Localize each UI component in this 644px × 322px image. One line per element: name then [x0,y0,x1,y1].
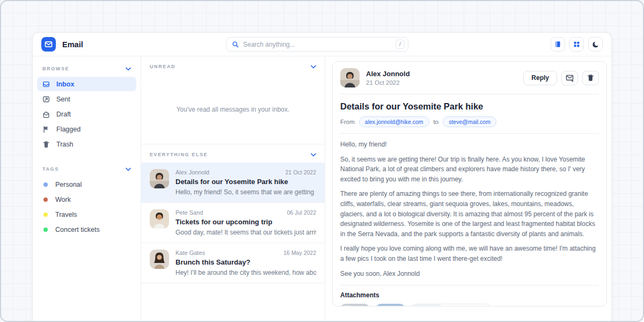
tag-label: Concert tickets [55,226,100,233]
envelope-forward-icon [566,75,574,82]
to-email-chip[interactable]: steve@mail.com [443,116,496,127]
unread-section-header[interactable]: UNREAD [141,56,325,75]
mail-paragraph: So, it seems we are getting there! Our t… [340,155,599,185]
search-shortcut-badge: / [396,40,405,49]
tag-label: Travels [55,211,77,218]
mail-preview: Hey! I'll be around the city this weeken… [175,269,316,276]
topbar-actions [551,37,603,52]
tag-item-concert-tickets[interactable]: Concert tickets [37,222,136,237]
email-list-item[interactable]: Alex Jonnold21 Oct 2022 Details for our … [141,163,325,203]
sidebar-item-label: Sent [56,96,70,103]
tags-label: TAGS [42,166,59,172]
avatar [150,209,169,229]
unread-empty-message: You've read all messages in your inbox. [141,75,325,144]
mail-preview: Hello, my friend! So, it seems that we a… [175,188,316,196]
draft-icon [42,111,50,118]
sidebar-item-label: Draft [56,111,71,118]
topbar: Email Search anything... / [33,33,611,56]
mail-paragraph: See you soon, Alex Jonnold [340,269,599,279]
chevron-down-icon [126,67,131,71]
mail-list-column: UNREAD You've read all messages in your … [141,56,325,322]
chevron-down-icon [311,65,316,69]
sidebar-item-label: Flagged [56,126,80,133]
sidebar-item-label: Inbox [56,80,74,88]
attachments-label: Attachments [340,291,599,299]
mail-date: 16 May 2022 [283,250,316,256]
search-placeholder: Search anything... [243,41,391,48]
mail-subject: Details for our Yosemite Park hike [175,178,316,186]
from-to-row: From alex.jonnold@hike.com to steve@mail… [340,116,599,134]
sender-name: Alex Jonnold [175,169,209,175]
brand: Email [41,37,83,52]
dark-mode-button[interactable] [588,37,603,52]
mail-subject: Brunch this Saturday? [175,258,316,266]
sent-icon [42,96,50,103]
sidebar: BROWSE Inbox Sent Draft Flagged [33,56,141,322]
tag-item-travels[interactable]: Travels [37,207,136,222]
from-label: From [340,119,355,125]
grid-icon [573,41,580,48]
avatar [150,250,169,269]
mail-date: 06 Jul 2022 [287,209,316,216]
mail-date: 21 Oct 2022 [286,169,316,175]
sidebar-item-trash[interactable]: Trash [37,137,136,151]
zip-attachment-card[interactable]: videos-hike.zip 100 MB [411,304,491,306]
email-logo-icon [41,37,56,52]
trash-icon [42,141,50,148]
tag-item-personal[interactable]: Personal [37,177,136,192]
sidebar-item-inbox[interactable]: Inbox [37,77,136,91]
mail-detail-column: Alex Jonnold 21 Oct 2022 Reply [325,56,611,322]
moon-icon [592,41,599,48]
sender-name: Kate Gates [175,250,205,256]
detail-subject: Details for our Yosemite Park hike [340,101,599,112]
tag-label: Work [55,196,71,203]
half-dome-photo[interactable] [376,304,405,306]
avatar [150,169,169,188]
notebook-button[interactable] [551,37,565,52]
sidebar-item-flagged[interactable]: Flagged [37,122,136,136]
sidebar-item-sent[interactable]: Sent [37,92,136,106]
email-list-item[interactable]: Kate Gates16 May 2022 Brunch this Saturd… [141,243,325,283]
avatar [340,68,360,87]
chevron-down-icon [311,153,316,157]
detail-header: Alex Jonnold 21 Oct 2022 Reply [340,68,599,94]
tag-item-work[interactable]: Work [37,192,136,207]
to-label: to [434,119,439,125]
reply-button[interactable]: Reply [523,71,557,85]
attachments-row: videos-hike.zip 100 MB [340,304,599,306]
trash-icon [587,74,594,82]
everything-else-label: EVERYTHING ELSE [150,152,208,157]
chevron-down-icon [126,167,131,171]
mail-preview: Good day, mate! It seems that our ticket… [175,229,316,236]
tag-color-dot [43,213,48,217]
app-title: Email [62,40,83,49]
desktop-background: Email Search anything... / [0,0,644,322]
book-icon [554,41,561,48]
browse-label: BROWSE [42,66,69,71]
tag-color-dot [43,228,48,232]
browse-section-header[interactable]: BROWSE [37,58,136,77]
tags-section-header[interactable]: TAGS [37,159,136,177]
mail-paragraph: I really hope you love coming along with… [340,244,599,264]
apps-grid-button[interactable] [569,37,584,52]
mail-detail-card: Alex Jonnold 21 Oct 2022 Reply [332,61,607,306]
tag-color-dot [43,182,48,187]
yosemite-valley-photo[interactable] [340,304,370,306]
everything-else-section-header[interactable]: EVERYTHING ELSE [141,144,325,163]
mail-paragraph: Hello, my friend! [340,140,599,150]
mail-body: Hello, my friend! So, it seems we are ge… [340,140,599,286]
email-list-item[interactable]: Pete Sand06 Jul 2022 Tickets for our upc… [141,203,325,243]
delete-mail-button[interactable] [582,71,599,85]
email-app-window: Email Search anything... / [32,32,612,322]
detail-actions: Reply [523,71,599,85]
forward-mail-button[interactable] [561,71,578,85]
flag-icon [42,126,50,133]
tag-label: Personal [55,181,82,188]
inbox-icon [42,80,50,88]
detail-sender-name: Alex Jonnold [366,70,410,78]
search-input[interactable]: Search anything... / [226,37,408,52]
from-email-chip[interactable]: alex.jonnold@hike.com [359,116,429,127]
sidebar-item-draft[interactable]: Draft [37,107,136,121]
unread-label: UNREAD [150,64,175,69]
sidebar-item-label: Trash [56,141,74,148]
